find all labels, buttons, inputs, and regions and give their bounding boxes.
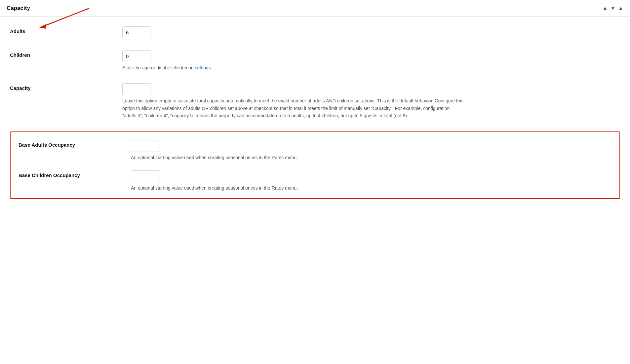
children-hint-text: State the age or disable children in [122,65,195,70]
capacity-label: Capacity [10,83,122,91]
section-title: Capacity [7,5,30,12]
base-children-field-area: An optional starting value used when cre… [131,170,611,192]
adults-row: Adults [10,26,620,38]
base-adults-row: Base Adults Occupancy An optional starti… [19,140,611,161]
page-wrapper: Capacity ▲ ▼ ▲ Adults Children [0,0,630,364]
children-row: Children State the age or disable childr… [10,50,620,71]
content-area: Adults Children State the age or disable… [0,17,630,215]
adults-label: Adults [10,26,122,34]
base-children-hint: An optional starting value used when cre… [131,184,478,192]
children-hint-suffix: . [211,65,212,70]
children-label: Children [10,50,122,58]
children-hint: State the age or disable children in set… [122,64,469,71]
arrow-collapse-icon[interactable]: ▲ [618,5,623,11]
capacity-input[interactable] [122,83,151,95]
base-children-row: Base Children Occupancy An optional star… [19,170,611,192]
capacity-field-area: Leave this option empty to calculate tot… [122,83,620,119]
base-adults-input[interactable] [131,140,160,152]
base-adults-field-area: An optional starting value used when cre… [131,140,611,161]
children-input[interactable] [122,50,151,62]
children-field-area: State the age or disable children in set… [122,50,620,71]
arrow-up-icon[interactable]: ▲ [602,5,608,11]
settings-link[interactable]: settings [195,65,211,70]
base-adults-label: Base Adults Occupancy [19,140,131,148]
header-arrows: ▲ ▼ ▲ [602,5,623,11]
base-adults-hint: An optional starting value used when cre… [131,154,478,161]
adults-field-area [122,26,620,38]
arrow-down-icon[interactable]: ▼ [610,5,615,11]
capacity-row: Capacity Leave this option empty to calc… [10,83,620,119]
base-children-input[interactable] [131,170,160,182]
highlighted-box: Base Adults Occupancy An optional starti… [10,131,620,199]
section-header: Capacity ▲ ▼ ▲ [0,0,630,17]
adults-input[interactable] [122,26,151,38]
base-children-label: Base Children Occupancy [19,170,131,178]
capacity-hint: Leave this option empty to calculate tot… [122,97,469,119]
